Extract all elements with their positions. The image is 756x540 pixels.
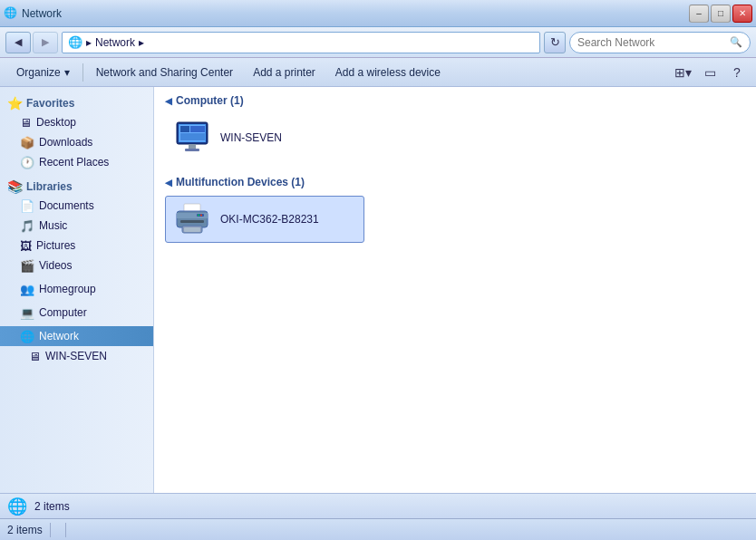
- desktop-icon: 🖥: [20, 116, 32, 130]
- status-icon: 🌐: [7, 497, 27, 516]
- printer-item-icon: [173, 200, 211, 238]
- status-items-count: 2 items: [34, 500, 70, 513]
- sidebar-item-music[interactable]: 🎵 Music: [0, 216, 153, 236]
- back-button[interactable]: ◀: [5, 32, 31, 53]
- win-seven-icon: 🖥: [29, 350, 41, 363]
- favorites-section: ⭐ Favorites 🖥 Desktop 📦 Downloads 🕐 Rece…: [0, 92, 153, 172]
- path-text: Network: [95, 36, 135, 49]
- title-bar: 🌐 Network – □ ✕: [0, 0, 756, 27]
- favorites-icon: ⭐: [7, 96, 23, 111]
- svg-rect-14: [180, 220, 204, 223]
- computer-item-win-seven[interactable]: WIN-SEVEN: [165, 114, 364, 161]
- search-box[interactable]: 🔍: [569, 32, 751, 53]
- printer-label: OKI-MC362-B28231: [220, 213, 319, 226]
- sidebar-item-computer[interactable]: 💻 Computer: [0, 303, 153, 323]
- homegroup-section: 👥 Homegroup: [0, 279, 153, 299]
- svg-rect-7: [185, 149, 199, 151]
- printer-item-oki[interactable]: OKI-MC362-B28231: [165, 196, 364, 243]
- svg-rect-6: [189, 144, 196, 149]
- toolbar: Organize ▾ Network and Sharing Center Ad…: [0, 58, 756, 87]
- bottom-items-text: 2 items: [7, 524, 43, 536]
- path-arrow: ▸: [86, 36, 92, 49]
- libraries-section: 📚 Libraries 📄 Documents 🎵 Music 🖼 Pictur…: [0, 176, 153, 275]
- network-section: 🌐 Network 🖥 WIN-SEVEN: [0, 326, 153, 366]
- multi-items-grid: OKI-MC362-B28231: [165, 196, 745, 243]
- address-bar: ◀ ▶ 🌐 ▸ Network ▸ ↻ 🔍: [0, 27, 756, 58]
- sidebar-item-pictures[interactable]: 🖼 Pictures: [0, 236, 153, 256]
- toolbar-separator-1: [82, 63, 83, 82]
- search-icon: 🔍: [730, 36, 742, 48]
- content-panel: ◀ Computer (1): [154, 87, 756, 493]
- refresh-button[interactable]: ↻: [544, 32, 566, 53]
- preview-pane-button[interactable]: ▭: [698, 62, 722, 83]
- favorites-header: ⭐ Favorites: [0, 92, 153, 112]
- computer-section-header: ◀ Computer (1): [165, 94, 745, 107]
- add-wireless-button[interactable]: Add a wireless device: [326, 62, 450, 83]
- pictures-icon: 🖼: [20, 239, 32, 253]
- computer-svg: [173, 121, 211, 155]
- svg-rect-5: [180, 133, 205, 140]
- downloads-icon: 📦: [20, 136, 34, 149]
- network-icon: 🌐: [20, 330, 34, 343]
- title-bar-left: 🌐 Network: [4, 6, 62, 21]
- computer-arrow: ◀: [165, 96, 172, 106]
- address-path[interactable]: 🌐 ▸ Network ▸: [62, 32, 540, 53]
- computer-item-icon: [173, 119, 211, 157]
- computer-icon: 💻: [20, 306, 34, 320]
- music-icon: 🎵: [20, 219, 34, 233]
- search-input[interactable]: [577, 36, 726, 49]
- documents-icon: 📄: [20, 199, 34, 213]
- minimize-button[interactable]: –: [689, 5, 709, 23]
- computer-items-grid: WIN-SEVEN: [165, 114, 745, 161]
- path-arrow2: ▸: [139, 36, 144, 49]
- window-icon: 🌐: [4, 6, 18, 21]
- sidebar-item-network[interactable]: 🌐 Network: [0, 326, 153, 346]
- libraries-header: 📚 Libraries: [0, 176, 153, 196]
- sidebar-item-recent-places[interactable]: 🕐 Recent Places: [0, 152, 153, 172]
- sidebar-item-desktop[interactable]: 🖥 Desktop: [0, 112, 153, 132]
- add-printer-button[interactable]: Add a printer: [244, 62, 325, 83]
- win-seven-label: WIN-SEVEN: [220, 131, 282, 144]
- recent-places-icon: 🕐: [20, 156, 34, 169]
- svg-point-13: [200, 215, 202, 217]
- sidebar-item-videos[interactable]: 🎬 Videos: [0, 256, 153, 275]
- sidebar-item-homegroup[interactable]: 👥 Homegroup: [0, 279, 153, 299]
- status-bar: 🌐 2 items: [0, 493, 756, 518]
- sidebar-item-downloads[interactable]: 📦 Downloads: [0, 132, 153, 152]
- maximize-button[interactable]: □: [711, 5, 731, 23]
- multi-section-header: ◀ Multifunction Devices (1): [165, 176, 745, 188]
- svg-point-12: [198, 215, 199, 217]
- svg-rect-16: [184, 227, 200, 232]
- close-button[interactable]: ✕: [732, 5, 752, 23]
- window-controls: – □ ✕: [689, 5, 752, 23]
- printer-svg: [173, 202, 211, 236]
- sidebar-item-win-seven[interactable]: 🖥 WIN-SEVEN: [0, 346, 153, 366]
- network-sharing-button[interactable]: Network and Sharing Center: [87, 62, 242, 83]
- sidebar-item-documents[interactable]: 📄 Documents: [0, 196, 153, 216]
- toolbar-right: ⊞▾ ▭ ?: [671, 62, 749, 83]
- svg-rect-4: [190, 126, 205, 132]
- bottom-divider-2: [65, 523, 66, 537]
- bottom-divider-1: [50, 523, 51, 537]
- computer-section: 💻 Computer: [0, 303, 153, 323]
- main-area: ⭐ Favorites 🖥 Desktop 📦 Downloads 🕐 Rece…: [0, 87, 756, 493]
- svg-rect-3: [180, 126, 189, 132]
- organize-button[interactable]: Organize ▾: [7, 62, 79, 83]
- view-options-button[interactable]: ⊞▾: [671, 62, 694, 83]
- videos-icon: 🎬: [20, 259, 34, 273]
- multi-arrow: ◀: [165, 178, 172, 188]
- path-icon: 🌐: [68, 35, 82, 50]
- libraries-icon: 📚: [7, 179, 23, 194]
- forward-button[interactable]: ▶: [33, 32, 58, 53]
- help-button[interactable]: ?: [725, 62, 749, 83]
- window-title: Network: [22, 7, 62, 20]
- nav-buttons: ◀ ▶: [5, 32, 58, 53]
- bottom-bar: 2 items: [0, 518, 756, 540]
- sidebar: ⭐ Favorites 🖥 Desktop 📦 Downloads 🕐 Rece…: [0, 87, 154, 493]
- homegroup-icon: 👥: [20, 283, 34, 296]
